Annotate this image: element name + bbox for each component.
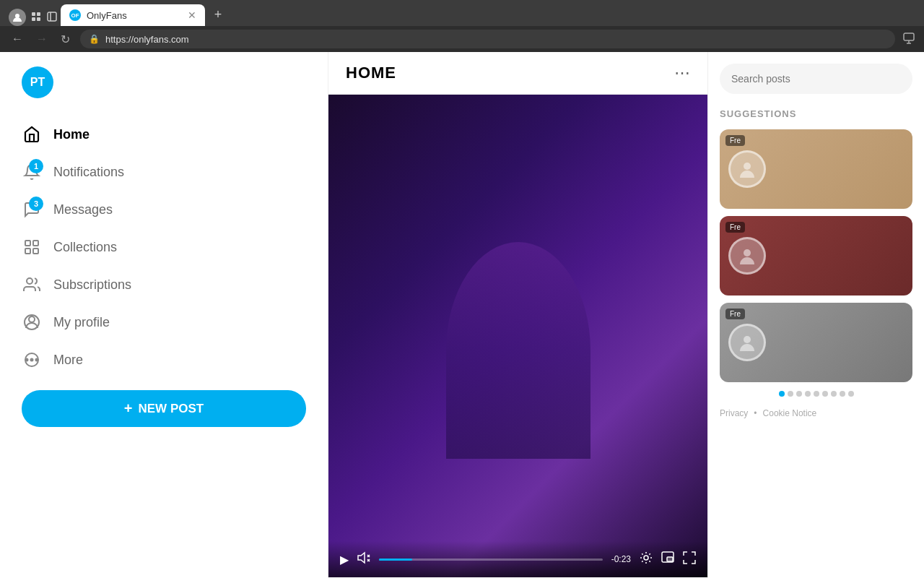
video-background	[328, 95, 707, 577]
svg-point-22	[644, 556, 648, 560]
fullscreen-button[interactable]	[683, 551, 696, 567]
sidebar: PT Home Notifications 1 Messages 3	[0, 52, 328, 578]
refresh-button[interactable]: ↻	[58, 30, 73, 49]
progress-bar[interactable]	[379, 558, 603, 561]
sidebar-label-messages: Messages	[53, 202, 113, 217]
sidebar-label-notifications: Notifications	[53, 165, 124, 180]
time-display: -0:23	[611, 554, 631, 564]
pagination-dots	[720, 391, 912, 397]
close-tab-button[interactable]: ✕	[188, 9, 196, 21]
svg-rect-1	[32, 12, 35, 16]
tab-bar: OF OnlyFans ✕ +	[0, 0, 924, 26]
sidebar-item-messages[interactable]: Messages 3	[0, 191, 328, 228]
sidebar-item-more[interactable]: More	[0, 341, 328, 379]
settings-button[interactable]	[640, 551, 653, 567]
footer-separator: •	[754, 408, 757, 418]
suggestion-card-3[interactable]: Fre	[720, 303, 912, 382]
progress-fill	[379, 558, 412, 561]
free-badge-3: Fre	[725, 309, 745, 319]
mute-button[interactable]	[357, 551, 370, 567]
profile-icon	[22, 312, 42, 332]
suggestions-panel: SUGGESTIONS Fre Fre Fre	[707, 52, 924, 578]
sidebar-item-subscriptions[interactable]: Subscriptions	[0, 266, 328, 303]
svg-point-31	[744, 249, 751, 256]
browser-tab[interactable]: OF OnlyFans ✕	[61, 4, 205, 26]
home-icon	[22, 124, 42, 144]
svg-point-32	[744, 336, 751, 343]
dot-8[interactable]	[840, 391, 845, 397]
svg-rect-8	[33, 241, 38, 246]
search-posts-input[interactable]	[720, 64, 912, 94]
back-button[interactable]: ←	[9, 30, 26, 48]
suggestion-avatar-2	[728, 237, 766, 275]
url-bar[interactable]: 🔒 https://onlyfans.com	[80, 30, 895, 48]
svg-rect-10	[33, 249, 38, 254]
miniplayer-button[interactable]	[661, 551, 674, 567]
svg-rect-3	[32, 17, 35, 21]
dot-6[interactable]	[822, 391, 828, 397]
sidebar-item-home[interactable]: Home	[0, 116, 328, 153]
dot-9[interactable]	[848, 391, 854, 397]
tab-title: OnlyFans	[87, 10, 182, 21]
dot-1[interactable]	[779, 391, 785, 397]
privacy-link[interactable]: Privacy	[720, 408, 748, 418]
suggestion-avatar-1	[728, 150, 766, 188]
svg-rect-24	[667, 557, 673, 561]
free-badge-2: Fre	[725, 222, 745, 233]
svg-point-30	[744, 163, 751, 170]
extensions-icon[interactable]	[30, 11, 42, 25]
tabs-icon[interactable]	[46, 11, 58, 25]
new-post-button[interactable]: + NEW POST	[22, 390, 306, 427]
browser-icons	[9, 9, 58, 26]
sidebar-label-more: More	[53, 353, 83, 368]
video-controls: ▶ -0:23	[328, 541, 707, 577]
cookie-link[interactable]: Cookie Notice	[763, 408, 817, 418]
messages-badge: 3	[29, 197, 43, 211]
suggestions-title: SUGGESTIONS	[720, 108, 912, 119]
url-bar-row: ← → ↻ 🔒 https://onlyfans.com	[0, 26, 924, 52]
dot-5[interactable]	[814, 391, 819, 397]
dot-4[interactable]	[805, 391, 811, 397]
svg-point-15	[31, 359, 33, 361]
dot-7[interactable]	[831, 391, 837, 397]
video-container: ▶ -0:23	[328, 95, 707, 577]
svg-point-11	[27, 278, 32, 284]
feed-header: HOME ⋯	[328, 52, 707, 95]
dot-2[interactable]	[788, 391, 793, 397]
collections-icon	[22, 237, 42, 257]
sidebar-item-notifications[interactable]: Notifications 1	[0, 153, 328, 191]
sidebar-item-collections[interactable]: Collections	[0, 228, 328, 266]
svg-rect-4	[37, 17, 40, 21]
suggestion-card-1[interactable]: Fre	[720, 129, 912, 209]
new-tab-button[interactable]: +	[208, 4, 228, 25]
more-icon	[22, 350, 42, 370]
avatar[interactable]: PT	[22, 66, 53, 98]
svg-rect-5	[48, 12, 56, 21]
footer-links: Privacy • Cookie Notice	[720, 408, 912, 418]
feed-title: HOME	[346, 64, 396, 82]
lock-icon: 🔒	[89, 34, 100, 44]
people-icon	[22, 275, 42, 295]
sidebar-label-my-profile: My profile	[53, 315, 110, 330]
forward-button[interactable]: →	[33, 30, 51, 48]
cast-icon[interactable]	[902, 32, 915, 47]
feed-more-button[interactable]: ⋯	[674, 64, 690, 82]
new-post-label: NEW POST	[139, 402, 204, 416]
sidebar-item-my-profile[interactable]: My profile	[0, 303, 328, 341]
main-content: HOME ⋯ ▶ -0:23	[328, 52, 924, 578]
app-container: PT Home Notifications 1 Messages 3	[0, 52, 924, 578]
svg-rect-9	[25, 249, 30, 254]
svg-rect-2	[37, 12, 40, 16]
free-badge-1: Fre	[725, 135, 745, 146]
sidebar-label-subscriptions: Subscriptions	[53, 277, 131, 293]
suggestion-card-2[interactable]: Fre	[720, 216, 912, 296]
feed-area: HOME ⋯ ▶ -0:23	[328, 52, 707, 578]
url-text: https://onlyfans.com	[105, 34, 189, 45]
sidebar-label-collections: Collections	[53, 240, 117, 255]
dot-3[interactable]	[796, 391, 802, 397]
sidebar-label-home: Home	[53, 127, 90, 142]
svg-rect-6	[904, 33, 914, 40]
browser-profile-icon[interactable]	[9, 9, 26, 26]
browser-actions	[902, 32, 915, 47]
play-button[interactable]: ▶	[340, 553, 349, 566]
